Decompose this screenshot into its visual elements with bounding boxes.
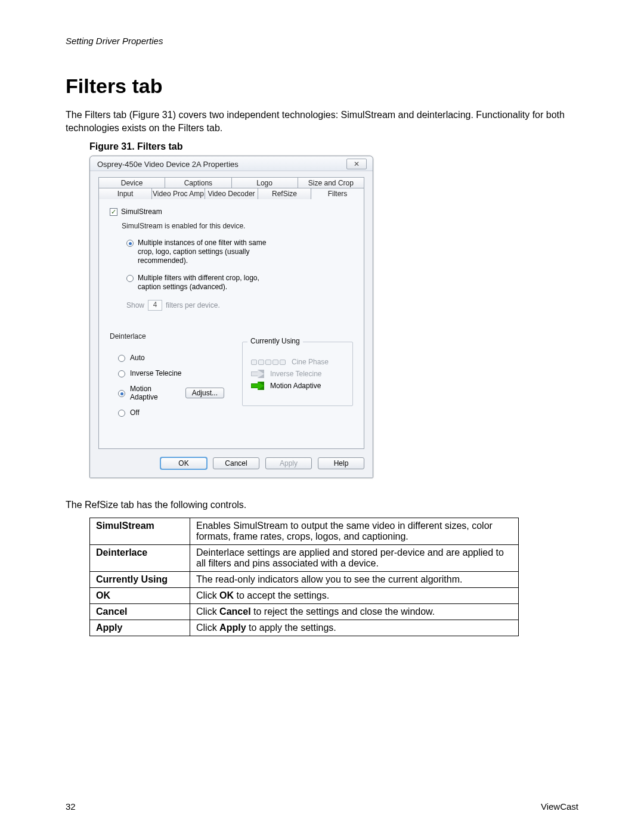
tab-strip: Device Captions Logo Size and Crop Input… (98, 177, 364, 449)
page-title: Filters tab (66, 75, 578, 98)
intro-paragraph: The Filters tab (Figure 31) covers two i… (66, 109, 578, 134)
show-prefix: Show (126, 301, 144, 309)
inverse-telecine-indicator-icon (251, 370, 264, 378)
tab-size-and-crop[interactable]: Size and Crop (298, 177, 364, 188)
show-suffix: filters per device. (166, 301, 220, 309)
below-figure-text: The RefSize tab has the following contro… (66, 500, 578, 510)
tab-logo[interactable]: Logo (232, 177, 298, 188)
page-header: Setting Driver Properties (66, 36, 578, 46)
table-row: Apply Click Apply to apply the settings. (90, 620, 519, 636)
deinterlace-off-label: Off (130, 408, 140, 417)
check-icon: ✓ (111, 208, 116, 216)
table-row: OK Click OK to accept the settings. (90, 588, 519, 604)
simulstream-enabled-text: SimulStream is enabled for this device. (122, 222, 353, 230)
deinterlace-radio-off[interactable] (118, 410, 125, 417)
deinterlace-radio-motion-adaptive[interactable] (118, 390, 125, 397)
simulstream-radio-single[interactable] (126, 240, 134, 247)
table-key: SimulStream (90, 518, 190, 545)
motion-adaptive-indicator-label: Motion Adaptive (270, 382, 321, 390)
deinterlace-group-label: Deinterlace (110, 332, 224, 340)
table-val: Click OK to accept the settings. (190, 588, 519, 604)
radio-dot-icon (129, 242, 132, 245)
figure-caption: Figure 31. Filters tab (89, 141, 578, 152)
table-val: Click Apply to apply the settings. (190, 620, 519, 636)
deinterlace-motion-adaptive-label: Motion Adaptive (130, 385, 176, 401)
table-val: Deinterlace settings are applied and sto… (190, 545, 519, 572)
properties-dialog: Osprey-450e Video Device 2A Properties ✕… (89, 156, 373, 478)
deinterlace-radio-auto[interactable] (118, 355, 125, 362)
tab-device[interactable]: Device (98, 177, 165, 188)
controls-table: SimulStream Enables SimulStream to outpu… (89, 518, 519, 636)
filters-per-device-input[interactable]: 4 (148, 300, 162, 311)
deinterlace-inverse-telecine-label: Inverse Telecine (130, 369, 182, 377)
help-button[interactable]: Help (318, 457, 364, 469)
footer-brand: ViewCast (541, 801, 578, 812)
tab-filters[interactable]: Filters (311, 188, 364, 199)
table-key: OK (90, 588, 190, 604)
table-val: Click Cancel to reject the settings and … (190, 604, 519, 620)
table-key: Cancel (90, 604, 190, 620)
currently-using-group: Currently Using Cine Phase (242, 342, 353, 406)
simulstream-radio-multi-label: Multiple filters with different crop, lo… (138, 274, 275, 292)
table-row: Deinterlace Deinterlace settings are app… (90, 545, 519, 572)
dialog-titlebar: Osprey-450e Video Device 2A Properties ✕ (90, 156, 373, 171)
tab-refsize[interactable]: RefSize (258, 188, 311, 199)
deinterlace-auto-label: Auto (130, 354, 145, 362)
cancel-button[interactable]: Cancel (213, 457, 259, 469)
simulstream-radio-single-label: Multiple instances of one filter with sa… (138, 239, 275, 265)
table-val: Enables SimulStream to output the same v… (190, 518, 519, 545)
close-icon: ✕ (354, 160, 360, 168)
ok-button[interactable]: OK (160, 457, 207, 469)
table-key: Deinterlace (90, 545, 190, 572)
simulstream-checkbox-label: SimulStream (121, 208, 162, 216)
table-row: Cancel Click Cancel to reject the settin… (90, 604, 519, 620)
tab-captions[interactable]: Captions (165, 177, 231, 188)
cine-phase-label: Cine Phase (292, 358, 329, 366)
simulstream-checkbox[interactable]: ✓ (110, 208, 117, 216)
table-row: SimulStream Enables SimulStream to outpu… (90, 518, 519, 545)
table-row: Currently Using The read-only indicators… (90, 572, 519, 588)
apply-button[interactable]: Apply (265, 457, 312, 469)
dialog-title: Osprey-450e Video Device 2A Properties (97, 160, 239, 169)
radio-dot-icon (120, 392, 123, 395)
motion-adaptive-indicator-icon (251, 382, 264, 390)
filters-tab-panel: ✓ SimulStream SimulStream is enabled for… (98, 199, 364, 449)
cine-phase-indicator (251, 360, 286, 365)
page-number: 32 (66, 801, 76, 812)
table-val: The read-only indicators allow you to se… (190, 572, 519, 588)
close-button[interactable]: ✕ (346, 159, 367, 169)
adjust-button[interactable]: Adjust... (185, 388, 224, 398)
currently-using-legend: Currently Using (247, 337, 303, 345)
tab-video-decoder[interactable]: Video Decoder (205, 188, 258, 199)
deinterlace-radio-inverse-telecine[interactable] (118, 370, 125, 377)
table-key: Currently Using (90, 572, 190, 588)
table-key: Apply (90, 620, 190, 636)
tab-input[interactable]: Input (98, 188, 152, 199)
inverse-telecine-indicator-label: Inverse Telecine (270, 370, 322, 378)
tab-video-proc-amp[interactable]: Video Proc Amp (152, 188, 205, 199)
simulstream-radio-multi[interactable] (126, 275, 134, 282)
